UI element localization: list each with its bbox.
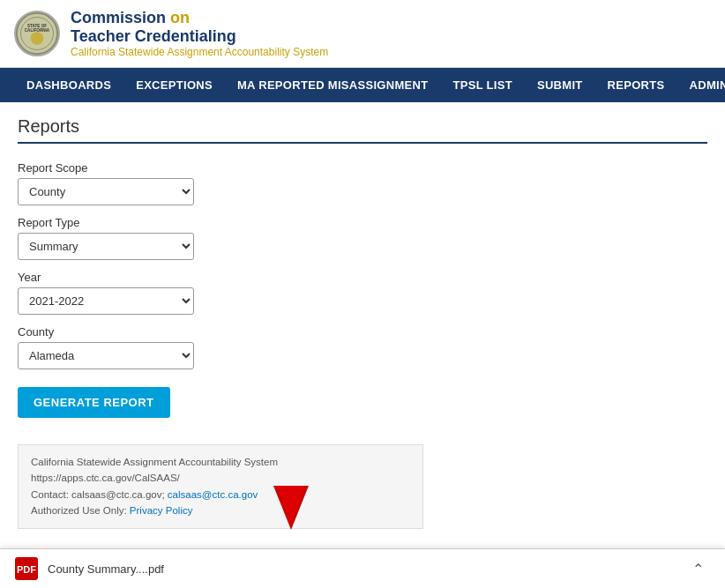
report-type-label: Report Type — [18, 216, 707, 229]
page-content: Reports Report Scope County District Sch… — [0, 102, 725, 543]
year-label: Year — [18, 271, 707, 284]
generate-report-button[interactable]: GENERATE REPORT — [18, 387, 170, 418]
footer-contact-prefix: Contact: calsaas@ctc.ca.gov; — [31, 489, 168, 500]
footer-contact-link[interactable]: calsaas@ctc.ca.gov — [168, 489, 258, 500]
footer-line1: California Statewide Assignment Accounta… — [31, 454, 410, 487]
title-prefix: Commission — [71, 9, 170, 26]
county-select[interactable]: Alameda Alpine Amador Butte Calaveras — [18, 342, 194, 369]
nav-item-tpsl-list[interactable]: TPSL LIST — [440, 68, 524, 102]
page-title: Reports — [18, 116, 707, 144]
nav-item-reports[interactable]: REPORTS — [595, 68, 677, 102]
footer-auth-prefix: Authorized Use Only: — [31, 505, 130, 516]
nav-item-submit[interactable]: SUBMIT — [525, 68, 595, 102]
county-label: County — [18, 325, 707, 339]
nav-item-ma-reported-misassignment[interactable]: MA REPORTED MISASSIGNMENT — [225, 68, 440, 102]
reports-form: Report Scope County District School Stat… — [18, 161, 707, 418]
report-type-select[interactable]: Summary Detail Aggregate — [18, 233, 194, 260]
page-header: STATE OF CALIFORNIA Commission on Teache… — [0, 0, 725, 68]
footer-line2: Contact: calsaas@ctc.ca.gov; calsaas@ctc… — [31, 487, 410, 502]
footer-privacy-link[interactable]: Privacy Policy — [130, 505, 193, 516]
main-nav: DASHBOARDS EXCEPTIONS MA REPORTED MISASS… — [0, 68, 725, 102]
ctc-logo: STATE OF CALIFORNIA — [14, 11, 60, 56]
footer-info-box: California Statewide Assignment Accounta… — [18, 444, 423, 529]
footer-line3: Authorized Use Only: Privacy Policy — [31, 502, 410, 518]
header-subtitle: California Statewide Assignment Accounta… — [71, 46, 328, 58]
nav-item-exceptions[interactable]: EXCEPTIONS — [123, 68, 225, 102]
nav-item-admin[interactable]: ADMIN — [677, 68, 725, 102]
svg-point-4 — [31, 32, 44, 45]
year-select[interactable]: 2021-2022 2020-2021 2019-2020 2018-2019 — [18, 287, 194, 315]
report-scope-label: Report Scope — [18, 161, 707, 175]
header-title-line2: Teacher Credentialing — [71, 27, 328, 46]
svg-text:STATE OF: STATE OF — [27, 24, 47, 28]
nav-item-dashboards[interactable]: DASHBOARDS — [14, 68, 123, 102]
header-title-line1: Commission on — [71, 9, 328, 27]
title-on: on — [170, 9, 190, 26]
header-title-block: Commission on Teacher Credentialing Cali… — [71, 9, 328, 58]
report-scope-select[interactable]: County District School State — [18, 178, 194, 205]
